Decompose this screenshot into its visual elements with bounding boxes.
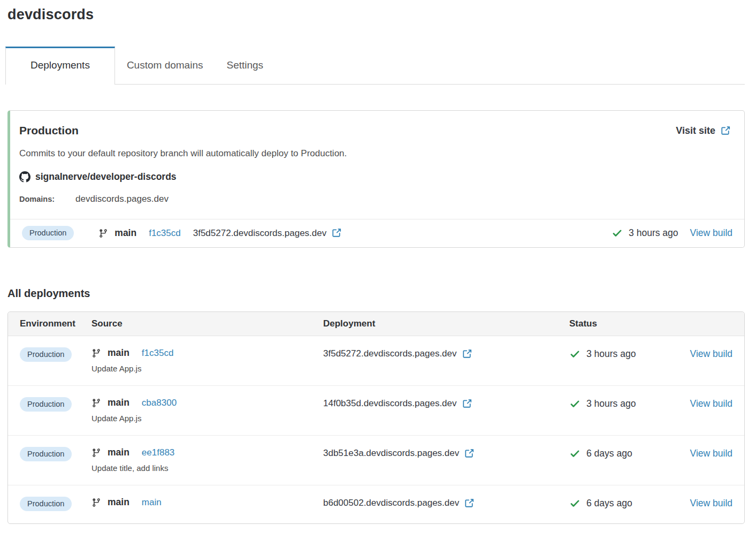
environment-badge: Production bbox=[20, 447, 72, 461]
commit-link[interactable]: ee1f883 bbox=[142, 447, 174, 458]
success-check-icon bbox=[569, 348, 581, 360]
commit-message: Update App.js bbox=[91, 364, 323, 373]
external-link-icon bbox=[720, 126, 730, 136]
branch-name: main bbox=[114, 227, 136, 239]
environment-badge: Production bbox=[20, 397, 72, 412]
environment-badge: Production bbox=[20, 497, 72, 511]
external-link-icon bbox=[462, 399, 472, 409]
table-row: Production main f1c35cd Update App.js 3f… bbox=[8, 336, 744, 385]
view-build-link[interactable]: View build bbox=[690, 498, 732, 509]
status-time: 6 days ago bbox=[586, 448, 632, 459]
pages-project-page: devdiscords Deployments Custom domains S… bbox=[0, 0, 756, 524]
visit-site-link[interactable]: Visit site bbox=[676, 125, 730, 136]
success-check-icon bbox=[569, 448, 581, 459]
branch-name: main bbox=[108, 447, 129, 458]
repo-name: signalnerve/developer-discords bbox=[35, 171, 177, 183]
success-check-icon bbox=[612, 227, 623, 239]
external-link-icon bbox=[464, 448, 474, 459]
commit-link[interactable]: main bbox=[142, 497, 162, 508]
success-check-icon bbox=[569, 398, 581, 409]
production-deployment-row: Production main f1c35cd 3f5d5272.devdisc… bbox=[10, 219, 744, 247]
environment-badge: Production bbox=[22, 226, 74, 240]
production-card-title: Production bbox=[19, 124, 79, 137]
deployments-table: Environment Source Deployment Status Pro… bbox=[7, 311, 745, 524]
github-icon bbox=[19, 171, 30, 183]
deployment-url-link[interactable]: 3f5d5272.devdiscords.pages.dev bbox=[323, 348, 472, 359]
deployment-url: 3f5d5272.devdiscords.pages.dev bbox=[193, 228, 327, 239]
branch-name: main bbox=[108, 347, 129, 359]
domains-value: devdiscords.pages.dev bbox=[75, 194, 169, 204]
git-branch-icon bbox=[91, 348, 101, 358]
tab-deployments[interactable]: Deployments bbox=[5, 47, 115, 85]
column-header-source: Source bbox=[91, 318, 323, 329]
view-build-link[interactable]: View build bbox=[690, 398, 732, 409]
status-time: 3 hours ago bbox=[586, 348, 636, 360]
git-branch-icon bbox=[91, 398, 101, 408]
success-check-icon bbox=[569, 498, 581, 509]
deployment-url-link[interactable]: 14f0b35d.devdiscords.pages.dev bbox=[323, 398, 472, 409]
status-time: 3 hours ago bbox=[629, 227, 678, 239]
table-row: Production main main b6d00502.devdiscord… bbox=[8, 485, 744, 523]
git-branch-icon bbox=[91, 498, 101, 507]
deployment-url: 14f0b35d.devdiscords.pages.dev bbox=[323, 398, 457, 409]
external-link-icon bbox=[331, 228, 341, 238]
view-build-link[interactable]: View build bbox=[690, 448, 732, 459]
tab-settings[interactable]: Settings bbox=[215, 47, 275, 84]
git-branch-icon bbox=[91, 448, 101, 458]
commit-message: Update title, add links bbox=[91, 463, 323, 473]
git-branch-icon bbox=[98, 229, 108, 238]
all-deployments-title: All deployments bbox=[7, 287, 745, 300]
deployment-url-link[interactable]: 3f5d5272.devdiscords.pages.dev bbox=[193, 228, 342, 239]
table-header-row: Environment Source Deployment Status bbox=[8, 312, 744, 336]
status-time: 3 hours ago bbox=[586, 398, 636, 409]
branch-name: main bbox=[108, 397, 129, 408]
view-build-link[interactable]: View build bbox=[690, 227, 732, 239]
branch-name: main bbox=[108, 497, 129, 508]
commit-message: Update App.js bbox=[91, 414, 323, 423]
column-header-environment: Environment bbox=[20, 318, 91, 329]
production-card: Production Visit site Commits to your de… bbox=[7, 110, 745, 248]
commit-link[interactable]: f1c35cd bbox=[149, 228, 181, 239]
table-row: Production main cba8300 Update App.js 14… bbox=[8, 385, 744, 435]
environment-badge: Production bbox=[20, 347, 72, 362]
production-description: Commits to your default repository branc… bbox=[19, 148, 730, 159]
visit-site-label: Visit site bbox=[676, 125, 715, 136]
deployment-url: b6d00502.devdiscords.pages.dev bbox=[323, 498, 459, 508]
external-link-icon bbox=[464, 498, 474, 508]
view-build-link[interactable]: View build bbox=[690, 348, 732, 360]
deployment-url-link[interactable]: 3db51e3a.devdiscords.pages.dev bbox=[323, 448, 474, 459]
status-time: 6 days ago bbox=[586, 498, 632, 509]
column-header-status: Status bbox=[569, 318, 687, 329]
commit-link[interactable]: cba8300 bbox=[142, 398, 177, 408]
commit-link[interactable]: f1c35cd bbox=[142, 348, 174, 359]
tab-custom-domains[interactable]: Custom domains bbox=[115, 47, 215, 84]
domains-label: Domains: bbox=[19, 195, 55, 203]
deployment-url-link[interactable]: b6d00502.devdiscords.pages.dev bbox=[323, 498, 474, 508]
external-link-icon bbox=[462, 349, 472, 359]
deployment-url: 3f5d5272.devdiscords.pages.dev bbox=[323, 348, 457, 359]
tab-bar: Deployments Custom domains Settings bbox=[5, 47, 745, 85]
column-header-deployment: Deployment bbox=[323, 318, 569, 329]
deployment-url: 3db51e3a.devdiscords.pages.dev bbox=[323, 448, 459, 459]
page-title: devdiscords bbox=[7, 6, 745, 23]
table-row: Production main ee1f883 Update title, ad… bbox=[8, 435, 744, 485]
